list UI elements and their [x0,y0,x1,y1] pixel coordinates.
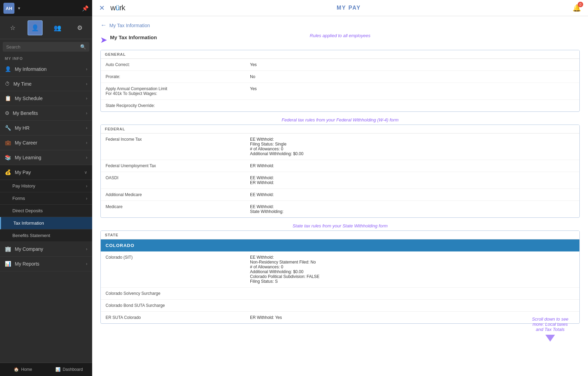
nav-label-my-schedule: My Schedule [15,96,86,101]
sub-label-direct-deposits: Direct Deposits [12,208,43,213]
search-icon: 🔍 [80,44,86,50]
sidebar-gear-icon[interactable]: ⚙ [72,20,87,35]
federal-unemployment-label: Federal Unemployment Tax [101,160,176,172]
back-label: My Tax Information [109,23,150,28]
my-info-label: MY INFO [0,54,92,62]
table-row: Colorado (SIT) EE Withhold: Non-Residenc… [101,251,579,288]
content-area: ← My Tax Information ➤ My Tax Informatio… [92,16,588,376]
person-icon: 👤 [5,66,11,72]
sidebar-item-my-learning[interactable]: 📚 My Learning › [0,150,92,165]
avatar: AH [3,3,14,14]
table-row: ER SUTA Colorado ER Withhold: Yes [101,312,579,324]
chevron-right-icon: › [86,67,87,72]
table-row: Medicare EE Withhold: State Withholding: [101,201,579,218]
sidebar-subitem-benefits-statement[interactable]: Benefits Statement [0,229,92,242]
table-row: OASDI EE Withhold: ER Withhold: [101,172,579,189]
apply-limit-value: Yes [245,83,579,100]
federal-title: FEDERAL [101,125,579,133]
sidebar-item-my-reports[interactable]: 📊 My Reports › [0,257,92,271]
state-reciprocity-label: State Reciprocity Override: [101,100,176,112]
federal-table: Federal Income Tax EE Withhold: Filing S… [101,133,579,217]
home-icon: 🏠 [14,367,19,372]
sidebar-item-my-hr[interactable]: 🔧 My HR › [0,121,92,136]
section-title: My Tax Information [110,34,157,40]
search-box[interactable]: 🔍 [3,42,89,52]
home-label: Home [21,367,32,372]
table-row: Apply Annual Compensation Limit For 401k… [101,83,579,100]
sub-label-pay-history: Pay History [12,183,35,189]
table-row: Colorado Bond SUTA Surcharge [101,300,579,312]
dropdown-arrow-icon[interactable]: ▼ [17,6,21,10]
federal-income-tax-label: Federal Income Tax [101,133,176,160]
chevron-right-icon: › [86,111,87,116]
arrow-right-indicator: ➤ [100,36,107,45]
sidebar-item-my-schedule[interactable]: 📋 My Schedule › [0,91,92,106]
sidebar-item-my-information[interactable]: 👤 My Information › [0,62,92,77]
state-table: Colorado (SIT) EE Withhold: Non-Residenc… [101,251,579,323]
colorado-solvency-label: Colorado Solvency Surcharge [101,288,176,300]
my-pay-submenu: Pay History › Forms › Direct Deposits Ta… [0,180,92,242]
sidebar-subitem-direct-deposits[interactable]: Direct Deposits [0,205,92,217]
nav-label-my-company: My Company [15,246,86,252]
nav-label-my-career: My Career [15,140,86,146]
table-row: Additional Medicare EE Withhold: [101,189,579,201]
auto-correct-label: Auto Correct: [101,59,176,71]
dashboard-label: Dashboard [63,367,83,372]
prorate-label: Prorate: [101,71,176,83]
chevron-down-icon: ∨ [84,170,87,175]
state-annotation: State tax rules from your State Withhold… [100,223,580,228]
sidebar-top: AH ▼ 📌 [0,0,92,17]
sidebar-star-icon[interactable]: ☆ [5,20,20,35]
sidebar-subitem-tax-information[interactable]: Tax Information [0,217,92,229]
nav-label-my-hr: My HR [15,125,86,131]
table-row: Colorado Solvency Surcharge [101,288,579,300]
top-bar: ✕ würk MY PAY 🔔 0 [92,0,588,16]
sidebar-item-my-company[interactable]: 🏢 My Company › [0,242,92,257]
sidebar-subitem-forms[interactable]: Forms › [0,192,92,205]
medicare-value: EE Withhold: State Withholding: [245,201,579,218]
sidebar-item-my-career[interactable]: 💼 My Career › [0,136,92,150]
dashboard-icon: 📊 [55,367,61,372]
scroll-annotation: Scroll down to see more: Local taxes and… [530,316,571,342]
general-table: Auto Correct: Yes Prorate: No Apply Annu… [101,59,579,111]
oasdi-value: EE Withhold: ER Withhold: [245,172,579,189]
chevron-right-icon: › [86,196,87,201]
state-title: STATE [101,231,579,239]
chevron-right-icon: › [86,155,87,160]
colorado-sit-label: Colorado (SIT) [101,251,176,288]
sidebar-item-my-pay[interactable]: 💰 My Pay ∨ [0,165,92,180]
sidebar-person-icon[interactable]: 👤 [28,20,43,35]
federal-income-tax-value: EE Withhold: Filing Status: Single # of … [245,133,579,160]
notification-button[interactable]: 🔔 0 [573,4,581,12]
chevron-right-icon: › [86,247,87,251]
sidebar-team-icon[interactable]: 👥 [50,20,65,35]
sidebar-item-my-time[interactable]: ⏱ My Time › [0,77,92,91]
home-button[interactable]: 🏠 Home [0,363,46,376]
reports-icon: 📊 [5,261,11,267]
table-row: Federal Income Tax EE Withhold: Filing S… [101,133,579,160]
benefits-icon: ⚙ [5,110,9,116]
close-button[interactable]: ✕ [99,4,105,12]
chevron-right-icon: › [86,96,87,101]
sub-label-forms: Forms [12,196,25,201]
nav-label-my-information: My Information [15,66,86,72]
back-navigation[interactable]: ← My Tax Information [100,22,580,29]
dashboard-button[interactable]: 📊 Dashboard [46,363,92,376]
sub-label-tax-information: Tax Information [13,221,44,226]
er-suta-label: ER SUTA Colorado [101,312,176,324]
chevron-right-icon: › [86,140,87,145]
sidebar: AH ▼ 📌 ☆ 👤 👥 ⚙ 🔍 MY INFO 👤 My Informatio… [0,0,92,376]
learning-icon: 📚 [5,154,11,161]
pin-icon[interactable]: 📌 [82,5,89,12]
additional-medicare-label: Additional Medicare [101,189,176,201]
sidebar-icon-row: ☆ 👤 👥 ⚙ [0,17,92,39]
logo: würk [110,3,125,12]
search-input[interactable] [6,44,80,50]
sidebar-footer: 🏠 Home 📊 Dashboard [0,363,92,376]
sidebar-item-my-benefits[interactable]: ⚙ My Benefits › [0,106,92,121]
notification-badge: 0 [578,2,583,7]
oasdi-label: OASDI [101,172,176,189]
colorado-sit-value: EE Withhold: Non-Residency Statement Fil… [245,251,579,288]
sidebar-subitem-pay-history[interactable]: Pay History › [0,180,92,192]
federal-annotation: Federal tax rules from your Federal With… [100,117,580,122]
